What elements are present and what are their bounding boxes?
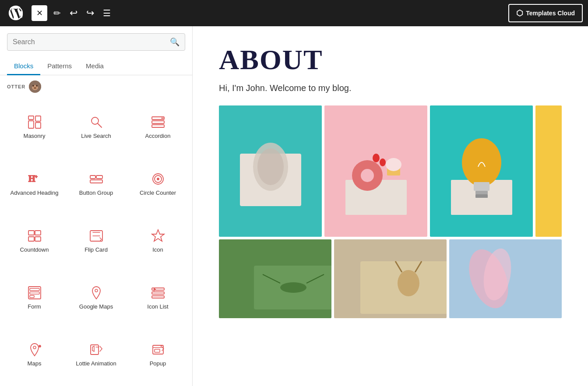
- block-item-circle-counter[interactable]: Circle Counter: [127, 155, 189, 212]
- svg-point-23: [157, 178, 159, 180]
- flip-card-icon: [89, 229, 103, 243]
- wordpress-icon: [8, 5, 24, 21]
- masonry-svg: [28, 115, 42, 129]
- svg-point-52: [361, 169, 374, 182]
- redo-button[interactable]: ↪: [84, 5, 97, 21]
- lottie-animation-label: Lottie Animation: [76, 360, 116, 368]
- svg-rect-6: [28, 116, 34, 119]
- button-group-label: Button Group: [79, 189, 113, 197]
- block-item-advanced-heading[interactable]: H + Advanced Heading: [4, 155, 65, 212]
- block-grid: Masonry Live Search: [0, 95, 192, 386]
- google-maps-svg: [89, 286, 103, 300]
- image-deer: [334, 239, 447, 318]
- block-item-flip-card[interactable]: Flip Card: [65, 212, 127, 269]
- accordion-svg: [151, 115, 165, 129]
- accordion-label: Accordion: [145, 133, 171, 140]
- block-item-live-search[interactable]: Live Search: [65, 98, 127, 155]
- block-item-masonry[interactable]: Masonry: [4, 98, 65, 155]
- svg-rect-61: [475, 194, 488, 198]
- svg-point-40: [39, 345, 41, 347]
- image-food: [324, 105, 427, 237]
- popup-icon: [151, 343, 165, 357]
- lottie-animation-icon: [89, 343, 103, 357]
- svg-rect-24: [28, 231, 34, 235]
- svg-rect-9: [35, 123, 41, 128]
- svg-rect-20: [90, 180, 102, 183]
- maps-icon: [28, 343, 42, 357]
- tab-patterns[interactable]: Patterns: [40, 58, 79, 75]
- live-search-label: Live Search: [81, 133, 111, 140]
- block-item-form[interactable]: Form: [4, 269, 65, 326]
- svg-text:+: +: [35, 174, 38, 179]
- image-grid-row2: [219, 239, 562, 318]
- svg-rect-25: [35, 231, 41, 235]
- block-item-lottie-animation[interactable]: Lottie Animation: [65, 326, 127, 382]
- svg-rect-19: [96, 175, 102, 179]
- form-icon: [28, 286, 42, 300]
- svg-point-67: [398, 270, 419, 296]
- templates-cloud-label: Templates Cloud: [526, 10, 575, 17]
- bulb-svg: [442, 110, 521, 232]
- block-item-button-group[interactable]: Button Group: [65, 155, 127, 212]
- otter-header: OTTER: [0, 75, 192, 95]
- button-group-svg: [89, 172, 103, 186]
- svg-point-4: [36, 85, 38, 87]
- popup-label: Popup: [150, 360, 166, 368]
- countdown-label: Countdown: [20, 246, 49, 254]
- block-item-google-maps[interactable]: Google Maps: [65, 269, 127, 326]
- tabs: Blocks Patterns Media: [0, 58, 192, 75]
- tab-blocks[interactable]: Blocks: [7, 58, 40, 75]
- toolbar: ✕ ✏ ↩ ↪ ☰ ⬡ Templates Cloud: [0, 0, 588, 26]
- menu-icon: ☰: [103, 8, 111, 18]
- svg-point-3: [32, 85, 34, 87]
- otter-label: OTTER: [7, 84, 25, 89]
- wp-logo[interactable]: [5, 0, 26, 26]
- svg-rect-26: [28, 237, 34, 241]
- svg-rect-13: [152, 121, 164, 123]
- svg-rect-46: [155, 349, 160, 352]
- flip-card-svg: [89, 229, 103, 243]
- close-button[interactable]: ✕: [32, 5, 47, 21]
- circle-counter-icon: [151, 172, 165, 186]
- block-item-icon[interactable]: Icon: [127, 212, 189, 269]
- masonry-icon: [28, 115, 42, 129]
- image-grasshopper: [219, 239, 331, 318]
- search-input[interactable]: [13, 38, 170, 46]
- block-item-countdown[interactable]: Countdown: [4, 212, 65, 269]
- google-maps-label: Google Maps: [79, 303, 113, 311]
- flip-card-label: Flip Card: [85, 246, 108, 254]
- block-item-accordion[interactable]: Accordion: [127, 98, 189, 155]
- svg-point-39: [33, 346, 36, 349]
- svg-rect-18: [90, 175, 95, 179]
- food-svg: [337, 110, 415, 232]
- svg-point-55: [373, 154, 380, 162]
- redo-icon: ↪: [86, 7, 94, 19]
- svg-rect-41: [91, 345, 99, 354]
- image-grid-row1: [219, 105, 562, 237]
- edit-button[interactable]: ✏: [51, 5, 63, 21]
- masonry-label: Masonry: [24, 133, 46, 140]
- svg-point-63: [280, 282, 306, 293]
- icon-block-svg: [151, 229, 165, 243]
- maps-svg: [28, 343, 42, 357]
- sidebar: 🔍 Blocks Patterns Media OTTER: [0, 26, 193, 386]
- main-layout: 🔍 Blocks Patterns Media OTTER: [0, 26, 588, 386]
- svg-point-49: [257, 148, 284, 185]
- svg-rect-32: [30, 292, 39, 294]
- block-item-popup[interactable]: Popup: [127, 326, 189, 382]
- block-item-icon-list[interactable]: Icon List: [127, 269, 189, 326]
- tab-media[interactable]: Media: [79, 58, 111, 75]
- advanced-heading-icon: H +: [28, 172, 42, 186]
- avatar: [29, 81, 41, 93]
- countdown-icon: [28, 229, 42, 243]
- menu-button[interactable]: ☰: [100, 5, 113, 21]
- block-item-maps[interactable]: Maps: [4, 326, 65, 382]
- svg-rect-8: [28, 121, 34, 128]
- templates-cloud-button[interactable]: ⬡ Templates Cloud: [508, 4, 583, 22]
- icon-list-svg: [151, 286, 165, 300]
- templates-cloud-icon: ⬡: [516, 8, 523, 18]
- circle-counter-label: Circle Counter: [140, 189, 176, 197]
- edit-icon: ✏: [53, 8, 61, 18]
- undo-button[interactable]: ↩: [67, 5, 80, 21]
- lottie-animation-svg: [89, 343, 103, 357]
